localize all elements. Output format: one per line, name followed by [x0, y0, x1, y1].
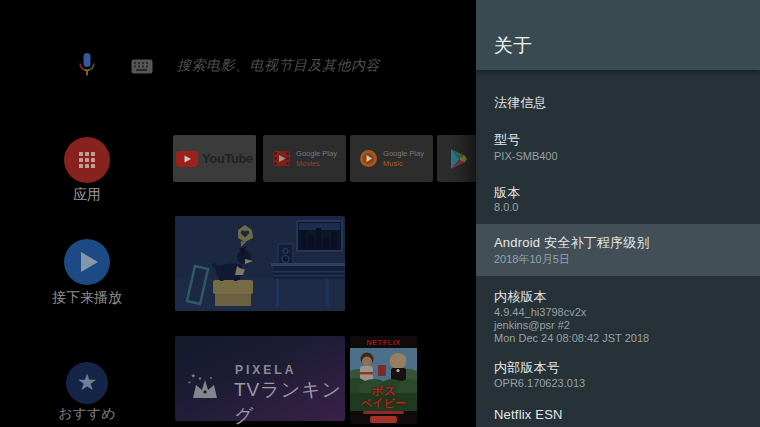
- app-tile-play-music-labels: Google Play Music: [383, 149, 424, 168]
- setting-row-security-patch-title: Android 安全补丁程序级别: [494, 234, 650, 252]
- boss-baby-badge: [370, 416, 397, 423]
- keyboard-search-button[interactable]: [131, 59, 153, 74]
- pixela-brand-label: PIXELA: [235, 363, 296, 377]
- setting-row-kernel-line2: jenkins@psr #2: [494, 319, 570, 331]
- about-panel: 关于 法律信息 型号 PIX-SMB400 版本 8.0.0 Android 安…: [476, 0, 760, 427]
- setting-row-netflix-esn[interactable]: Netflix ESN: [494, 407, 563, 422]
- setting-row-model-value: PIX-SMB400: [494, 150, 558, 162]
- search-input[interactable]: 搜索电影、电视节目及其他内容: [177, 57, 380, 75]
- netflix-logo: NETFLIX: [350, 338, 417, 347]
- setting-row-build-value: OPR6.170623.013: [494, 377, 585, 389]
- app-tile-play-movies-labels: Google Play Movies: [296, 149, 337, 168]
- boss-baby-title-line2: ベイビー: [350, 396, 417, 411]
- keyboard-icon: [131, 59, 153, 74]
- sidebar-item-play-next-label: 接下来播放: [27, 289, 147, 307]
- setting-row-kernel-line1: 4.9.44_hi3798cv2x: [494, 306, 586, 318]
- boss-baby-subtitle-bar: [363, 411, 404, 414]
- mic-icon: [77, 52, 97, 80]
- app-tile-youtube-label: YouTube: [202, 151, 253, 166]
- android-tv-screen: 搜索电影、电视节目及其他内容 应用 接下来播放 ★ おすすめ YouTube: [0, 0, 760, 427]
- play-circle-icon: [81, 252, 98, 272]
- play-music-icon: [359, 149, 378, 168]
- crown-icon: [187, 374, 223, 404]
- app-tile-play-movies[interactable]: Google Play Movies: [263, 135, 346, 182]
- setting-row-security-patch-value: 2018年10月5日: [494, 252, 570, 267]
- app-tile-play-music[interactable]: Google Play Music: [350, 135, 433, 182]
- featured-card[interactable]: [175, 216, 345, 311]
- apps-grid-icon: [79, 152, 95, 168]
- sidebar-item-apps[interactable]: [64, 137, 110, 183]
- play-store-icon: [448, 148, 468, 170]
- sidebar-item-recommended[interactable]: ★: [66, 362, 108, 404]
- app-tile-youtube[interactable]: YouTube: [173, 135, 256, 182]
- setting-row-kernel-line3: Mon Dec 24 08:08:42 JST 2018: [494, 332, 649, 344]
- setting-row-version-title[interactable]: 版本: [494, 184, 520, 202]
- sidebar-item-play-next[interactable]: [64, 239, 110, 285]
- about-panel-header: 关于: [476, 0, 760, 70]
- netflix-content-card[interactable]: NETFLIX ボス ベイビー: [350, 336, 417, 424]
- pixela-title-label: TVランキング: [234, 377, 345, 427]
- featured-illustration: [175, 216, 345, 311]
- voice-search-button[interactable]: [77, 52, 97, 80]
- setting-row-legal-info[interactable]: 法律信息: [494, 94, 547, 112]
- star-icon: ★: [77, 371, 98, 394]
- sidebar-item-apps-label: 应用: [27, 186, 147, 204]
- setting-row-version-value: 8.0.0: [494, 201, 518, 213]
- play-movies-icon: [272, 149, 291, 168]
- setting-row-kernel-title[interactable]: 内核版本: [494, 288, 547, 306]
- pixela-banner-card[interactable]: PIXELA TVランキング: [175, 336, 345, 421]
- sidebar-item-recommended-label: おすすめ: [27, 405, 147, 423]
- setting-row-build-title[interactable]: 内部版本号: [494, 359, 560, 377]
- panel-title: 关于: [494, 33, 532, 59]
- youtube-logo-icon: [176, 151, 198, 167]
- setting-row-model-title[interactable]: 型号: [494, 131, 520, 149]
